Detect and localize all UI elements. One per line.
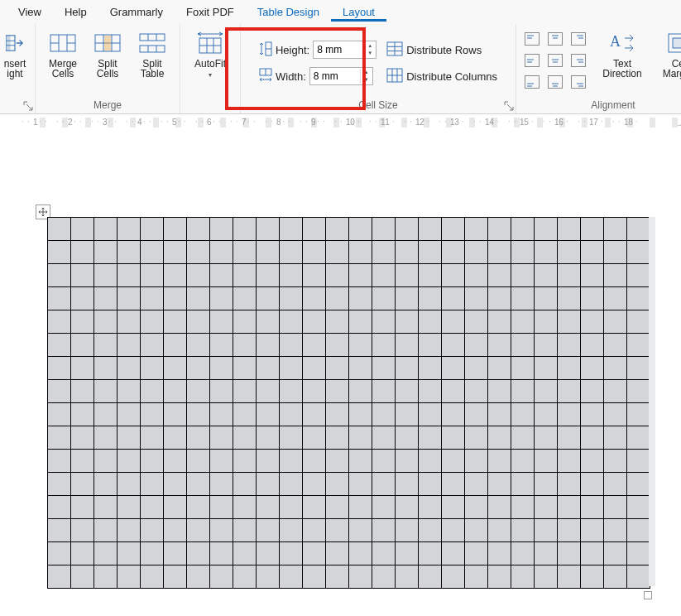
align-top-left[interactable] <box>521 29 543 49</box>
table-cell[interactable] <box>210 565 233 589</box>
table-cell[interactable] <box>326 310 349 334</box>
table-cell[interactable] <box>141 334 164 357</box>
table-cell[interactable] <box>94 264 117 287</box>
distribute-rows-button[interactable]: Distribute Rows <box>386 41 497 59</box>
table-cell[interactable] <box>581 357 604 380</box>
table-cell[interactable] <box>233 334 257 357</box>
table-cell[interactable] <box>187 287 210 310</box>
cell-size-dialog-launcher[interactable] <box>504 101 514 111</box>
table-cell[interactable] <box>372 565 396 589</box>
table-cell[interactable] <box>465 519 488 542</box>
table-cell[interactable] <box>535 565 558 589</box>
table-cell[interactable] <box>326 380 349 403</box>
align-top-right[interactable] <box>568 29 589 49</box>
table-cell[interactable] <box>141 218 164 241</box>
table-cell[interactable] <box>187 473 210 496</box>
table-cell[interactable] <box>71 241 94 264</box>
table-cell[interactable] <box>558 241 581 264</box>
table-cell[interactable] <box>581 334 604 357</box>
table-cell[interactable] <box>535 334 558 357</box>
table-cell[interactable] <box>419 565 442 589</box>
table-cell[interactable] <box>604 473 627 496</box>
table-cell[interactable] <box>488 519 511 542</box>
table-cell[interactable] <box>627 565 650 589</box>
table-cell[interactable] <box>326 519 349 542</box>
table-cell[interactable] <box>117 496 141 519</box>
table-cell[interactable] <box>48 450 71 473</box>
table-cell[interactable] <box>257 380 280 403</box>
table-cell[interactable] <box>349 450 372 473</box>
table-cell[interactable] <box>558 264 581 287</box>
table-cell[interactable] <box>94 403 117 426</box>
table-cell[interactable] <box>164 565 187 589</box>
table-cell[interactable] <box>604 380 627 403</box>
table-cell[interactable] <box>280 519 303 542</box>
table-cell[interactable] <box>48 218 71 241</box>
table-cell[interactable] <box>396 218 419 241</box>
table-cell[interactable] <box>94 334 117 357</box>
table-cell[interactable] <box>349 241 372 264</box>
table-cell[interactable] <box>442 473 465 496</box>
width-spin-down[interactable]: ▼ <box>361 76 372 84</box>
table-cell[interactable] <box>233 542 257 565</box>
horizontal-ruler[interactable]: 1····2····3····4····5····6····7····8····… <box>0 114 681 131</box>
table-cell[interactable] <box>488 264 511 287</box>
table-cell[interactable] <box>349 380 372 403</box>
table-cell[interactable] <box>71 496 94 519</box>
table-cell[interactable] <box>535 426 558 450</box>
table-cell[interactable] <box>488 450 511 473</box>
table-cell[interactable] <box>442 357 465 380</box>
table-cell[interactable] <box>372 450 396 473</box>
table-cell[interactable] <box>233 473 257 496</box>
table-cell[interactable] <box>581 264 604 287</box>
table-cell[interactable] <box>187 496 210 519</box>
table-cell[interactable] <box>372 403 396 426</box>
table-cell[interactable] <box>511 519 535 542</box>
table-cell[interactable] <box>71 334 94 357</box>
table-cell[interactable] <box>326 473 349 496</box>
table-cell[interactable] <box>511 496 535 519</box>
table-cell[interactable] <box>511 380 535 403</box>
table-cell[interactable] <box>442 380 465 403</box>
table-cell[interactable] <box>94 450 117 473</box>
table-cell[interactable] <box>94 565 117 589</box>
table-cell[interactable] <box>581 403 604 426</box>
table-cell[interactable] <box>117 426 141 450</box>
table-cell[interactable] <box>396 241 419 264</box>
table-cell[interactable] <box>257 264 280 287</box>
table-cell[interactable] <box>511 264 535 287</box>
table-cell[interactable] <box>604 334 627 357</box>
table-cell[interactable] <box>94 357 117 380</box>
width-spinner[interactable]: ▲▼ <box>309 67 373 85</box>
height-spinner[interactable]: ▲▼ <box>313 41 376 59</box>
table-cell[interactable] <box>442 565 465 589</box>
table-cell[interactable] <box>419 380 442 403</box>
table-cell[interactable] <box>94 241 117 264</box>
table-cell[interactable] <box>233 218 257 241</box>
table-cell[interactable] <box>442 496 465 519</box>
table-cell[interactable] <box>372 542 396 565</box>
table-cell[interactable] <box>442 519 465 542</box>
table-cell[interactable] <box>349 426 372 450</box>
table-cell[interactable] <box>419 310 442 334</box>
table-cell[interactable] <box>257 519 280 542</box>
table-cell[interactable] <box>535 496 558 519</box>
document-area[interactable] <box>0 131 681 616</box>
table-cell[interactable] <box>488 310 511 334</box>
table-cell[interactable] <box>627 241 650 264</box>
table-cell[interactable] <box>511 426 535 450</box>
tab-layout[interactable]: Layout <box>331 2 386 22</box>
height-spin-up[interactable]: ▲ <box>364 42 376 50</box>
table-cell[interactable] <box>488 334 511 357</box>
table-cell[interactable] <box>511 542 535 565</box>
table-cell[interactable] <box>581 565 604 589</box>
table-cell[interactable] <box>442 450 465 473</box>
table-cell[interactable] <box>326 496 349 519</box>
table-cell[interactable] <box>117 357 141 380</box>
table-cell[interactable] <box>303 426 326 450</box>
table-cell[interactable] <box>48 403 71 426</box>
table-cell[interactable] <box>280 287 303 310</box>
table-cell[interactable] <box>141 241 164 264</box>
table-cell[interactable] <box>396 287 419 310</box>
table-cell[interactable] <box>488 565 511 589</box>
